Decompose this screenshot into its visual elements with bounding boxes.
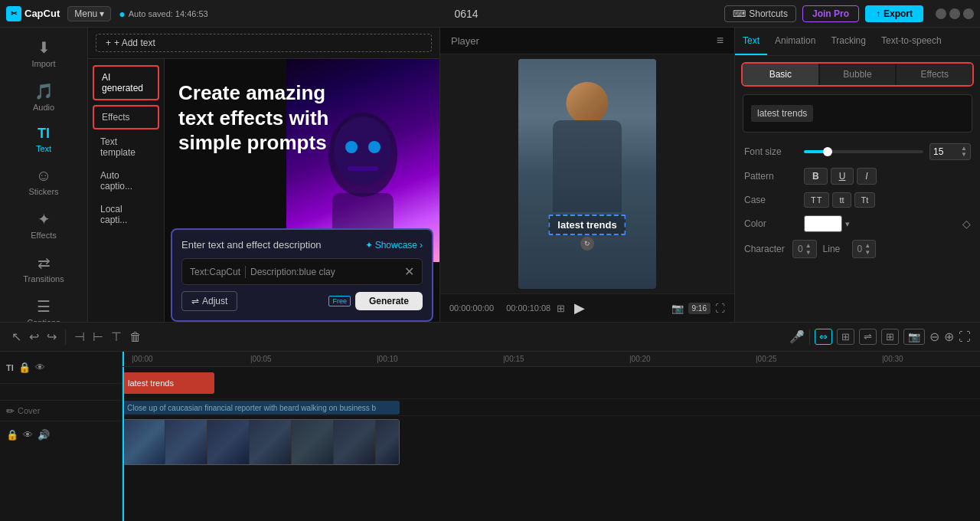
nav-panel: ⬇ Import 🎵 Audio TI Text ☺ Stickers ✦ [0,28,88,322]
showcase-link[interactable]: ✦ Showcase › [365,240,423,251]
minimize-button[interactable] [936,8,946,19]
time-current: 00:00:00:00 [449,303,494,313]
ai-headline: Create amazing text effects with simple … [178,80,347,156]
text-panel: + + Add text AI generated Effects Text t… [88,28,440,322]
join-pro-button[interactable]: Join Pro [802,5,859,22]
video-lock-icon[interactable]: 🔒 [6,429,18,441]
video-audio-icon[interactable]: 🔊 [38,429,50,441]
link-clip-button[interactable]: ⇔ [815,329,832,345]
edit-cover-icon[interactable]: ✏ [6,405,15,417]
underline-button[interactable]: U [831,168,854,185]
font-size-input[interactable]: 15 ▲ ▼ [929,143,971,160]
char-down[interactable]: ▼ [805,249,812,256]
uppercase-button[interactable]: TT [804,192,829,208]
clear-input-icon[interactable]: ✕ [404,264,414,279]
trim-end-tool[interactable]: ⊤ [109,327,124,346]
generate-button[interactable]: Generate [355,292,423,310]
close-button[interactable] [963,8,974,19]
expand-button[interactable]: ⛶ [715,303,725,314]
redo-tool[interactable]: ↪ [44,327,59,346]
rotate-handle[interactable]: ↻ [580,237,594,251]
sidebar-item-stickers[interactable]: ☺ Stickers [5,161,82,202]
player-menu-icon[interactable]: ≡ [717,34,724,48]
text-overlay[interactable]: latest trends [548,215,626,235]
sidebar-item-audio[interactable]: 🎵 Audio [5,76,82,118]
line-up[interactable]: ▲ [864,242,871,249]
line-input[interactable]: 0 ▲ ▼ [852,240,877,258]
fullscreen-timeline-button[interactable]: ⛶ [959,330,971,344]
color-picker: ▾ [804,215,850,232]
link-button[interactable]: ⇌ [859,329,877,345]
video-clip[interactable] [122,419,400,465]
ai-input-box: Enter text and effect description ✦ Show… [171,228,433,322]
sidebar-item-transitions[interactable]: ⇄ Transitions [5,247,82,290]
lowercase-button[interactable]: tt [832,192,851,208]
screenshot-button[interactable]: 📷 [903,329,925,345]
menu-item-text-template[interactable]: Text template [93,131,159,163]
grid-view-button[interactable]: ⊞ [557,303,565,314]
bubble-tab-basic[interactable]: Basic [743,64,818,85]
delete-tool[interactable]: 🗑 [127,328,144,346]
play-button[interactable]: ▶ [574,300,585,316]
ai-text-placeholder[interactable]: Text:CapCut [190,267,240,277]
mic-button[interactable]: 🎤 [789,329,805,344]
line-label: Line [823,244,846,254]
maximize-button[interactable] [949,8,960,19]
adjust-button[interactable]: ⇌ Adjust [181,291,237,311]
sidebar-item-effects[interactable]: ✦ Effects [5,204,82,246]
audio-icon: 🎵 [34,82,54,100]
ai-description-placeholder[interactable]: Description:blue clay [250,267,400,277]
add-text-section: + + Add text [88,28,439,59]
character-input[interactable]: 0 ▲ ▼ [792,240,817,258]
tab-text[interactable]: Text [735,28,767,55]
right-panel: Text Animation Tracking Text-to-speech B… [735,28,980,322]
tab-text-to-speech[interactable]: Text-to-speech [874,28,949,55]
split-tool[interactable]: ⊣ [72,327,87,346]
slider-thumb[interactable] [823,147,832,156]
video-clip-track [122,416,980,468]
shortcuts-button[interactable]: ⌨ Shortcuts [724,5,796,22]
trim-start-tool[interactable]: ⊢ [90,327,106,346]
menu-button[interactable]: Menu ▾ [67,6,111,21]
font-size-spinners[interactable]: ▲ ▼ [961,146,967,158]
text-track-eye[interactable]: 👁 [35,362,45,373]
bubble-tab-effects[interactable]: Effects [897,64,972,85]
tab-animation[interactable]: Animation [767,28,823,55]
sidebar-item-import[interactable]: ⬇ Import [5,32,82,74]
camera-button[interactable]: 📷 [671,303,684,314]
sidebar-item-text[interactable]: TI Text [5,120,82,159]
zoom-in-button[interactable]: ⊕ [944,329,954,344]
spinner-down[interactable]: ▼ [961,152,967,158]
tab-tracking[interactable]: Tracking [823,28,874,55]
video-eye-icon[interactable]: 👁 [23,429,33,441]
sidebar-item-label: Text [36,144,51,153]
text-clip[interactable]: latest trends [122,372,214,394]
menu-item-auto-caption[interactable]: Auto captio... [93,165,159,197]
menu-item-effects[interactable]: Effects [93,105,159,129]
char-up[interactable]: ▲ [805,242,812,249]
titlecase-button[interactable]: Tt [854,192,876,208]
line-down[interactable]: ▼ [864,249,871,256]
bubble-tab-bubble[interactable]: Bubble [820,64,896,85]
line-spinners[interactable]: ▲ ▼ [864,242,871,256]
undo-tool[interactable]: ↩ [27,327,41,346]
diamond-icon[interactable]: ◇ [962,218,971,230]
split-audio-button[interactable]: ⊞ [837,329,854,345]
freeze-button[interactable]: ⊞ [881,329,899,345]
italic-button[interactable]: I [857,168,876,185]
description-clip[interactable]: Close up of caucasian financial reporter… [122,401,400,415]
bold-button[interactable]: B [804,168,828,185]
char-spinners[interactable]: ▲ ▼ [805,242,812,256]
export-button[interactable]: ↑ Export [865,5,923,22]
add-text-button[interactable]: + + Add text [96,34,432,52]
player-viewport: latest trends ↻ [440,54,734,293]
text-track-lock[interactable]: 🔒 [18,362,31,373]
menu-item-ai-generated[interactable]: AI generated [93,65,159,100]
menu-item-local-caption[interactable]: Local capti... [93,198,159,231]
color-swatch[interactable] [804,215,842,232]
color-dropdown-icon[interactable]: ▾ [845,219,850,229]
zoom-out-button[interactable]: ⊖ [929,329,939,344]
sidebar-item-label: Import [31,59,55,68]
select-tool[interactable]: ↖ [9,327,24,346]
font-size-slider[interactable] [804,150,923,153]
